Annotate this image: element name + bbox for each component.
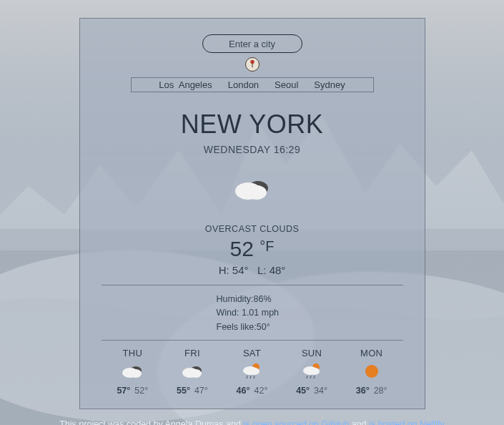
- forecast-low: 52°: [134, 386, 148, 396]
- footer-text: and: [349, 419, 369, 425]
- svg-line-20: [254, 376, 255, 378]
- forecast-day: MON 36°28°: [342, 348, 402, 396]
- svg-line-24: [307, 376, 307, 378]
- weather-card: Los Angeles London Seoul Sydney NEW YORK…: [79, 18, 425, 409]
- high-label: H:: [219, 264, 229, 276]
- cloudy-icon: [232, 174, 272, 205]
- forecast-day: SAT 46°42°: [222, 348, 282, 396]
- forecast-low: 42°: [254, 386, 267, 396]
- quick-city-los-angeles[interactable]: Los Angeles: [159, 79, 212, 90]
- city-search-input[interactable]: [202, 34, 302, 53]
- forecast-row: THU 57°52° FRI 55°47° SAT 46°42° SUN 45°…: [102, 348, 403, 396]
- cloudy-icon: [103, 363, 163, 380]
- low-value: 48°: [270, 264, 286, 276]
- forecast-day-label: SUN: [282, 348, 342, 358]
- city-name: NEW YORK: [102, 109, 403, 140]
- forecast-low: 28°: [374, 386, 387, 396]
- svg-point-27: [365, 365, 378, 378]
- quick-cities-bar: Los Angeles London Seoul Sydney: [131, 77, 374, 92]
- netlify-link[interactable]: is hosted on Netlify: [369, 419, 445, 425]
- forecast-day: SUN 45°34°: [282, 348, 342, 396]
- current-weather-icon: [102, 174, 403, 205]
- date-time: WEDNESDAY 16:29: [102, 144, 403, 155]
- github-link[interactable]: is open sourced on GitHub: [243, 419, 349, 425]
- high-low: H: 54° L: 48°: [102, 264, 403, 276]
- svg-line-25: [310, 376, 311, 378]
- weather-details: Humidity:86% Wind: 1.01 mph Feels like:5…: [174, 293, 331, 334]
- high-value: 54°: [232, 264, 249, 276]
- quick-city-seoul[interactable]: Seoul: [275, 79, 298, 90]
- humidity-value: 86%: [254, 294, 272, 304]
- footer-text: This project was coded by Angela Dumas a…: [59, 419, 243, 425]
- forecast-high: 55°: [177, 386, 190, 396]
- forecast-low: 47°: [194, 386, 208, 396]
- current-temperature: 52 °F: [102, 237, 403, 261]
- forecast-day-label: SAT: [222, 348, 282, 358]
- svg-rect-5: [252, 63, 252, 67]
- forecast-high: 46°: [237, 386, 250, 396]
- svg-line-19: [250, 376, 251, 378]
- humidity-label: Humidity:: [217, 294, 254, 304]
- footer-credit: This project was coded by Angela Dumas a…: [0, 419, 504, 425]
- pin-icon: [249, 58, 256, 71]
- quick-city-london[interactable]: London: [228, 79, 259, 90]
- svg-line-18: [247, 376, 247, 378]
- quick-city-sydney[interactable]: Sydney: [314, 79, 345, 90]
- svg-point-17: [249, 368, 260, 375]
- forecast-day-label: FRI: [162, 348, 222, 358]
- wind-label: Wind:: [217, 308, 239, 318]
- sun-icon: [342, 363, 402, 380]
- cloudy-icon: [162, 363, 222, 380]
- divider: [102, 340, 403, 341]
- svg-line-26: [314, 376, 315, 378]
- temp-unit[interactable]: °F: [260, 238, 274, 254]
- forecast-high: 57°: [117, 386, 130, 396]
- svg-point-23: [310, 368, 320, 375]
- forecast-day: THU 57°52°: [103, 348, 163, 396]
- divider: [102, 285, 403, 285]
- temp-value: 52: [230, 237, 254, 260]
- feels-like-value: 50°: [257, 322, 270, 332]
- forecast-low: 34°: [314, 386, 327, 396]
- svg-point-11: [130, 369, 142, 378]
- forecast-day: FRI 55°47°: [162, 348, 222, 396]
- forecast-day-label: MON: [342, 348, 402, 358]
- svg-point-14: [190, 369, 202, 378]
- rain-sun-icon: [222, 363, 282, 380]
- weather-description: OVERCAST CLOUDS: [102, 224, 403, 234]
- svg-point-8: [247, 185, 267, 200]
- geolocate-button[interactable]: [245, 57, 260, 72]
- wind-value: 1.01 mph: [242, 308, 279, 318]
- feels-like-label: Feels like:: [217, 322, 257, 332]
- rain-sun-icon: [282, 363, 342, 380]
- forecast-day-label: THU: [103, 348, 163, 358]
- low-label: L:: [257, 264, 267, 276]
- forecast-high: 36°: [356, 386, 370, 396]
- forecast-high: 45°: [296, 386, 310, 396]
